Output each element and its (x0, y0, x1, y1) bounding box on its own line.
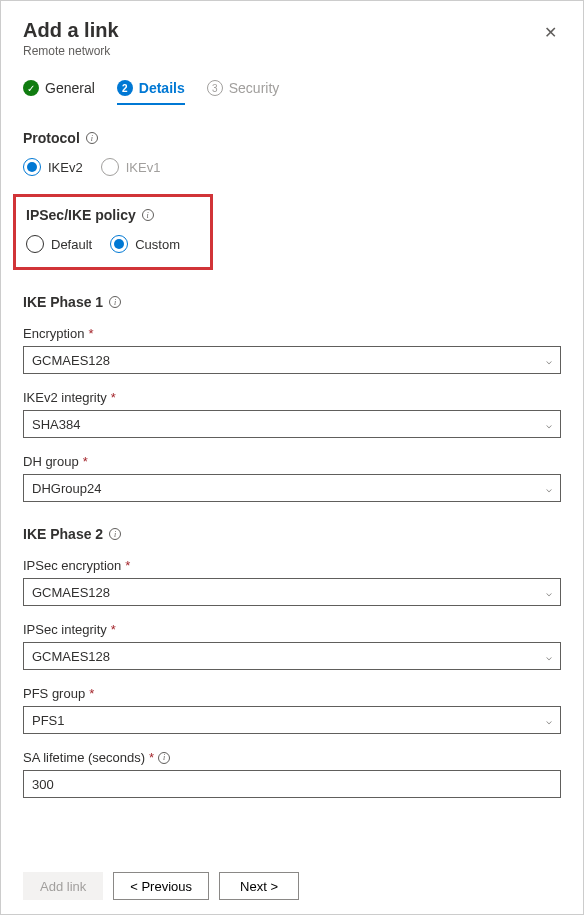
ipsec-integrity-select[interactable]: GCMAES128 ⌵ (23, 642, 561, 670)
ipsec-encryption-label: IPSec encryption* (23, 558, 561, 573)
tab-label: Security (229, 80, 280, 96)
tab-label: Details (139, 80, 185, 96)
dhgroup-label: DH group* (23, 454, 561, 469)
checkmark-icon: ✓ (23, 80, 39, 96)
select-value: PFS1 (32, 713, 65, 728)
tab-general[interactable]: ✓ General (23, 80, 95, 104)
info-icon[interactable]: i (86, 132, 98, 144)
footer-actions: Add link < Previous Next > (1, 858, 583, 914)
next-button[interactable]: Next > (219, 872, 299, 900)
chevron-down-icon: ⌵ (546, 355, 552, 366)
info-icon[interactable]: i (109, 528, 121, 540)
step-number-icon: 2 (117, 80, 133, 96)
previous-button[interactable]: < Previous (113, 872, 209, 900)
select-value: DHGroup24 (32, 481, 101, 496)
radio-label: IKEv2 (48, 160, 83, 175)
radio-default[interactable]: Default (26, 235, 92, 253)
ipsec-policy-label: IPSec/IKE policy i (26, 207, 198, 223)
close-icon: ✕ (544, 24, 557, 41)
ike-phase2-title: IKE Phase 2 i (23, 526, 561, 542)
radio-label: IKEv1 (126, 160, 161, 175)
select-value: GCMAES128 (32, 353, 110, 368)
chevron-down-icon: ⌵ (546, 651, 552, 662)
select-value: SHA384 (32, 417, 80, 432)
radio-unselected-icon (26, 235, 44, 253)
radio-ikev1[interactable]: IKEv1 (101, 158, 161, 176)
pfs-group-select[interactable]: PFS1 ⌵ (23, 706, 561, 734)
chevron-down-icon: ⌵ (546, 587, 552, 598)
info-icon[interactable]: i (142, 209, 154, 221)
radio-selected-icon (23, 158, 41, 176)
close-button[interactable]: ✕ (540, 19, 561, 46)
radio-unselected-icon (101, 158, 119, 176)
tab-security[interactable]: 3 Security (207, 80, 280, 104)
radio-custom[interactable]: Custom (110, 235, 180, 253)
chevron-down-icon: ⌵ (546, 715, 552, 726)
radio-label: Default (51, 237, 92, 252)
chevron-down-icon: ⌵ (546, 483, 552, 494)
ikev2-integrity-select[interactable]: SHA384 ⌵ (23, 410, 561, 438)
page-title: Add a link (23, 19, 119, 42)
integrity-label: IKEv2 integrity* (23, 390, 561, 405)
info-icon[interactable]: i (109, 296, 121, 308)
tab-label: General (45, 80, 95, 96)
radio-selected-icon (110, 235, 128, 253)
radio-label: Custom (135, 237, 180, 252)
encryption-label: Encryption* (23, 326, 561, 341)
select-value: GCMAES128 (32, 585, 110, 600)
ipsec-integrity-label: IPSec integrity* (23, 622, 561, 637)
ipsec-policy-highlight: IPSec/IKE policy i Default Custom (13, 194, 213, 270)
add-link-button: Add link (23, 872, 103, 900)
sa-lifetime-label: SA lifetime (seconds)* i (23, 750, 561, 765)
sa-lifetime-input[interactable]: 300 (23, 770, 561, 798)
input-value: 300 (32, 777, 54, 792)
tab-details[interactable]: 2 Details (117, 80, 185, 104)
step-number-icon: 3 (207, 80, 223, 96)
radio-ikev2[interactable]: IKEv2 (23, 158, 83, 176)
wizard-tabs: ✓ General 2 Details 3 Security (23, 80, 561, 104)
dhgroup-select[interactable]: DHGroup24 ⌵ (23, 474, 561, 502)
encryption-select[interactable]: GCMAES128 ⌵ (23, 346, 561, 374)
ipsec-encryption-select[interactable]: GCMAES128 ⌵ (23, 578, 561, 606)
page-subtitle: Remote network (23, 44, 119, 58)
select-value: GCMAES128 (32, 649, 110, 664)
pfs-group-label: PFS group* (23, 686, 561, 701)
chevron-down-icon: ⌵ (546, 419, 552, 430)
info-icon[interactable]: i (158, 752, 170, 764)
protocol-label: Protocol i (23, 130, 561, 146)
ike-phase1-title: IKE Phase 1 i (23, 294, 561, 310)
